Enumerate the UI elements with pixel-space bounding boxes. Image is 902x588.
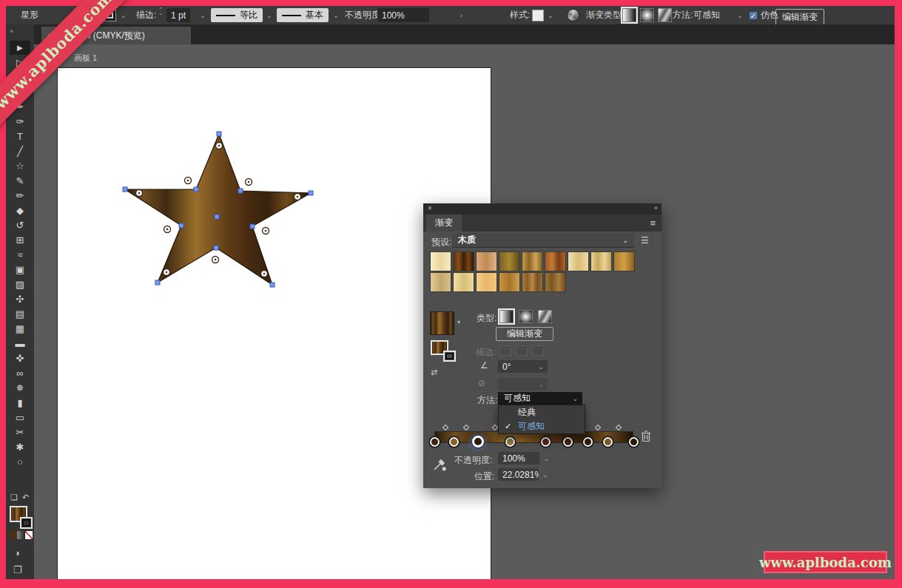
preset-swatch[interactable] xyxy=(545,251,566,271)
mesh-tool[interactable]: ▦ xyxy=(10,322,30,336)
preset-swatch[interactable] xyxy=(476,272,497,292)
preset-swatch[interactable] xyxy=(522,251,543,271)
gradient-stop-selected[interactable] xyxy=(472,436,484,447)
gradient-midpoint-diamond[interactable] xyxy=(616,425,622,430)
width-profile-dropdown[interactable]: 等比 xyxy=(211,8,263,22)
puppet-warp-tool[interactable]: ✣ xyxy=(10,292,30,306)
close-panel-icon[interactable]: × xyxy=(428,204,432,212)
linear-gradient-button[interactable] xyxy=(622,8,636,22)
gradient-stop[interactable] xyxy=(430,437,440,447)
chevron-down-icon[interactable]: ⌄ xyxy=(200,6,206,24)
gradient-button[interactable] xyxy=(17,531,25,539)
line-segment-tool[interactable]: ╱ xyxy=(10,144,30,158)
slice-tool[interactable]: ✂ xyxy=(10,425,30,439)
chevron-down-icon[interactable]: ⌄ xyxy=(121,6,127,24)
stroke-weight-field[interactable]: 1 pt xyxy=(166,8,190,22)
preset-swatch[interactable] xyxy=(522,272,543,292)
pasteboard[interactable]: 画板 1 xyxy=(34,44,895,579)
dither-checkbox[interactable]: ✓仿色 xyxy=(749,6,778,24)
gradient-stop[interactable] xyxy=(603,437,613,447)
freeform-gradient-button[interactable] xyxy=(658,8,672,22)
preset-swatch[interactable] xyxy=(453,272,474,292)
star-shape-tool[interactable]: ☆ xyxy=(10,159,30,173)
curvature-pen-tool[interactable]: ✑ xyxy=(10,115,30,129)
opacity-field[interactable]: 100% xyxy=(377,8,429,22)
draw-normal-mode-icon[interactable]: ❏ xyxy=(10,493,18,502)
gradient-stop[interactable] xyxy=(449,437,459,447)
gradient-stop[interactable] xyxy=(505,437,515,447)
panel-edit-gradient-button[interactable]: 编辑渐变 xyxy=(496,327,553,341)
preset-swatch[interactable] xyxy=(499,272,520,292)
toolbar-collapse-chevrons[interactable]: » xyxy=(10,27,13,35)
artboard-name-label[interactable]: 画板 1 xyxy=(74,53,97,64)
color-picker-dropper-icon[interactable] xyxy=(432,457,447,472)
selection-tool[interactable]: ► xyxy=(10,41,30,55)
gradient-midpoint-diamond[interactable] xyxy=(463,425,469,430)
panel-radial-gradient-button[interactable] xyxy=(519,310,533,323)
gradient-stop[interactable] xyxy=(563,437,573,447)
type-tool[interactable]: T xyxy=(10,129,30,143)
paintbrush-tool[interactable]: ✎ xyxy=(10,174,30,188)
free-transform-tool[interactable]: ▣ xyxy=(10,263,30,277)
toolbar-stroke-swatch[interactable] xyxy=(20,517,33,529)
gradient-midpoint-diamond[interactable] xyxy=(442,425,448,430)
reverse-gradient-icon[interactable]: ⇄ xyxy=(431,368,437,377)
gradient-midpoint-diamond[interactable] xyxy=(492,425,498,430)
method-dropdown[interactable]: 可感知 xyxy=(693,6,720,24)
windows-icon[interactable]: ❐ xyxy=(13,564,22,575)
star-artwork[interactable] xyxy=(110,117,331,302)
gradient-stop[interactable] xyxy=(583,437,593,447)
color-gradient-none-strip[interactable] xyxy=(9,531,33,539)
panel-menu-icon[interactable]: ≡ xyxy=(650,217,656,229)
gradient-midpoint-diamond[interactable] xyxy=(594,425,600,430)
color-button[interactable] xyxy=(9,531,17,539)
perspective-grid-tool[interactable]: ▤ xyxy=(10,307,30,321)
blend-tool[interactable]: ∞ xyxy=(10,366,30,380)
scale-tool[interactable]: ⊞ xyxy=(10,233,30,247)
preset-swatch[interactable] xyxy=(499,251,520,271)
shaper-tool[interactable]: ✏ xyxy=(10,189,30,203)
artboard-tool[interactable]: ▭ xyxy=(10,410,30,425)
preset-swatch[interactable] xyxy=(430,272,451,292)
chevron-down-icon[interactable]: ⌄ xyxy=(544,455,550,462)
rotate-tool[interactable]: ↺ xyxy=(10,218,30,232)
chevron-down-icon[interactable]: ⌄ xyxy=(542,471,548,479)
preset-swatch[interactable] xyxy=(590,251,612,271)
panel-stroke-swatch[interactable] xyxy=(443,351,456,362)
gradient-tool[interactable]: ▬ xyxy=(10,337,30,351)
chevron-down-icon[interactable]: ⌄ xyxy=(737,6,743,24)
stop-location-field[interactable]: 22.0281% xyxy=(498,468,539,481)
preset-swatch[interactable] xyxy=(476,251,497,271)
undo-arrow-icon[interactable]: ↶ xyxy=(22,493,29,502)
width-tool[interactable]: ≈ xyxy=(10,248,30,262)
collapse-panel-icon[interactable]: « xyxy=(654,204,657,212)
gradient-stop[interactable] xyxy=(629,437,639,447)
column-graph-tool[interactable]: ▮ xyxy=(10,396,30,410)
current-gradient-thumbnail[interactable] xyxy=(430,311,454,335)
eyedropper-tool[interactable]: ✜ xyxy=(10,351,30,365)
delete-stop-icon[interactable] xyxy=(641,430,651,442)
method-menu-item[interactable]: ✓可感知 xyxy=(499,419,585,433)
chevron-down-icon[interactable]: ⌄ xyxy=(266,6,272,24)
angle-field[interactable]: 0°⌄ xyxy=(498,360,548,373)
style-swatch[interactable] xyxy=(532,6,544,24)
stroke-weight-stepper[interactable]: ⌃⌄ xyxy=(158,7,163,26)
shape-builder-tool[interactable]: ▨ xyxy=(10,277,30,291)
hand-tool[interactable]: ✱ xyxy=(10,440,30,454)
chevron-right-icon[interactable]: › xyxy=(460,6,462,24)
panel-method-dropdown[interactable]: 可感知⌄ xyxy=(498,392,582,405)
screen-mode-icon[interactable]: ◑ xyxy=(14,547,20,558)
preset-listview-icon[interactable]: ☰ xyxy=(641,235,649,246)
stop-opacity-field[interactable]: 100% xyxy=(498,452,539,464)
zoom-tool[interactable]: ○ xyxy=(10,455,30,469)
recolor-artwork-icon[interactable] xyxy=(567,6,579,24)
gradient-panel-tab[interactable]: 渐变 xyxy=(426,214,462,232)
preset-swatch[interactable] xyxy=(568,251,589,271)
brush-definition-dropdown[interactable]: 基本 xyxy=(277,8,329,22)
panel-linear-gradient-button[interactable] xyxy=(499,310,514,323)
chevron-down-icon[interactable]: ⌄ xyxy=(333,6,339,24)
preset-swatch[interactable] xyxy=(430,251,451,271)
chevron-down-icon[interactable]: ▾ xyxy=(457,319,460,325)
eraser-tool[interactable]: ◆ xyxy=(10,203,30,217)
gradient-stop[interactable] xyxy=(541,437,551,447)
